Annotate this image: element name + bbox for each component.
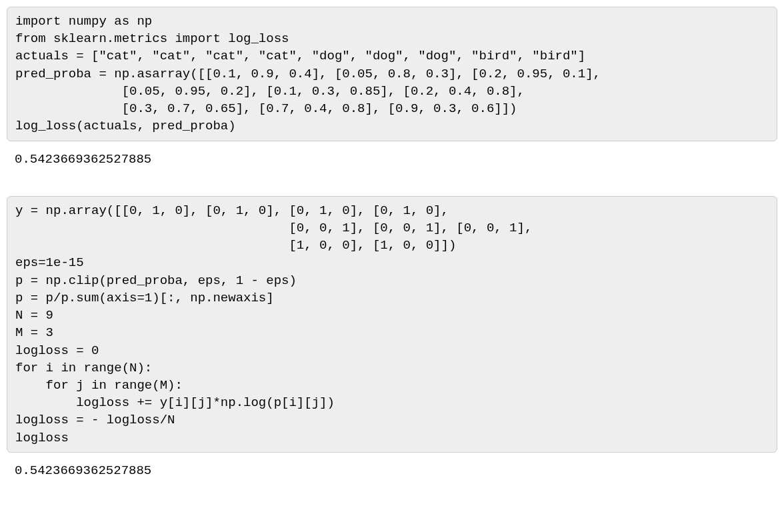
code-line: actuals = ["cat", "cat", "cat", "cat", "…	[15, 47, 769, 65]
code-line: pred_proba = np.asarray([[0.1, 0.9, 0.4]…	[15, 65, 769, 83]
code-line: logloss = 0	[15, 342, 769, 359]
code-line: [0.3, 0.7, 0.65], [0.7, 0.4, 0.8], [0.9,…	[15, 100, 769, 117]
code-line: N = 9	[15, 307, 769, 324]
code-line: logloss += y[i][j]*np.log(p[i][j])	[15, 394, 769, 411]
code-line: logloss	[15, 429, 769, 447]
code-line: [1, 0, 0], [1, 0, 0]])	[15, 237, 769, 254]
code-line: [0, 0, 1], [0, 0, 1], [0, 0, 1],	[15, 219, 769, 237]
code-cell-1: import numpy as npfrom sklearn.metrics i…	[7, 7, 777, 141]
code-line: [0.05, 0.95, 0.2], [0.1, 0.3, 0.85], [0.…	[15, 83, 769, 100]
code-line: y = np.array([[0, 1, 0], [0, 1, 0], [0, …	[15, 202, 769, 219]
code-cell-2: y = np.array([[0, 1, 0], [0, 1, 0], [0, …	[7, 196, 777, 453]
code-line: from sklearn.metrics import log_loss	[15, 30, 769, 47]
output-cell-2: 0.5423669362527885	[7, 462, 777, 483]
code-line: for i in range(N):	[15, 359, 769, 377]
code-line: log_loss(actuals, pred_proba)	[15, 117, 769, 135]
output-cell-1: 0.5423669362527885	[7, 151, 777, 172]
code-line: for j in range(M):	[15, 377, 769, 394]
code-line: logloss = - logloss/N	[15, 411, 769, 429]
code-line: M = 3	[15, 324, 769, 341]
code-line: import numpy as np	[15, 13, 769, 30]
code-line: eps=1e-15	[15, 254, 769, 271]
code-line: p = np.clip(pred_proba, eps, 1 - eps)	[15, 272, 769, 289]
code-line: p = p/p.sum(axis=1)[:, np.newaxis]	[15, 289, 769, 307]
